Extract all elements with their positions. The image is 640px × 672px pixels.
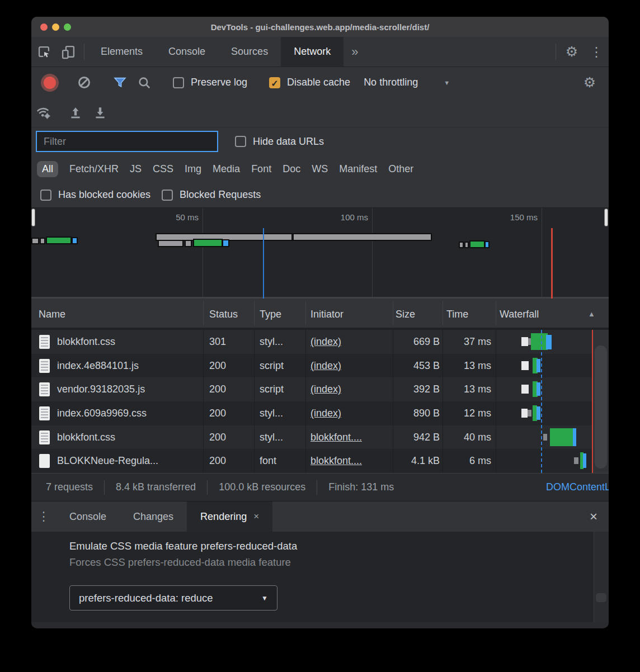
close-drawer-button[interactable]: × bbox=[590, 501, 597, 532]
bar bbox=[464, 242, 469, 248]
drawer-tab-console[interactable]: Console bbox=[56, 501, 120, 532]
filter-chip-ws[interactable]: WS bbox=[312, 163, 328, 175]
divider bbox=[305, 301, 306, 325]
filter-toggle-button[interactable] bbox=[107, 75, 132, 89]
table-row[interactable]: index.609a9969.css 200 styl... (index) 8… bbox=[31, 401, 609, 425]
request-initiator-link[interactable]: blokkfont.... bbox=[310, 425, 362, 449]
request-initiator-link[interactable]: blokkfont.... bbox=[310, 449, 362, 473]
network-overview-timeline[interactable]: 50 ms 100 ms 150 ms bbox=[31, 208, 609, 299]
filter-chip-css[interactable]: CSS bbox=[153, 163, 173, 175]
table-row[interactable]: blokkfont.css 301 styl... (index) 669 B … bbox=[31, 330, 609, 354]
blocked-filters-row: Has blocked cookies Blocked Requests bbox=[31, 182, 609, 208]
filter-chip-media[interactable]: Media bbox=[213, 163, 240, 175]
search-button[interactable] bbox=[132, 75, 157, 90]
filter-chip-other[interactable]: Other bbox=[388, 163, 413, 175]
close-tab-icon[interactable]: × bbox=[253, 511, 259, 522]
has-blocked-cookies-checkbox[interactable] bbox=[40, 190, 51, 201]
waterfall-bars bbox=[496, 401, 609, 425]
overview-left-handle[interactable] bbox=[31, 209, 35, 226]
table-row[interactable]: index.4e884101.js 200 script (index) 453… bbox=[31, 354, 609, 378]
table-row[interactable]: BLOKKNeue-Regula... 200 font blokkfont..… bbox=[31, 449, 609, 473]
inspect-element-button[interactable] bbox=[31, 37, 56, 67]
request-name: vendor.93182035.js bbox=[57, 377, 145, 401]
zoom-window-button[interactable] bbox=[64, 23, 71, 31]
request-initiator-link[interactable]: (index) bbox=[310, 354, 341, 378]
tab-sources[interactable]: Sources bbox=[218, 37, 281, 67]
column-header-name[interactable]: Name bbox=[39, 299, 65, 330]
drawer-menu-button[interactable]: ⋮ bbox=[31, 501, 56, 532]
settings-button[interactable]: ⚙ bbox=[559, 37, 584, 67]
tab-elements[interactable]: Elements bbox=[88, 37, 156, 67]
export-har-button[interactable] bbox=[88, 105, 112, 120]
close-window-button[interactable] bbox=[40, 23, 48, 31]
devtools-window: DevTools - gui-challenges.web.app/media-… bbox=[31, 17, 609, 628]
minimize-window-button[interactable] bbox=[52, 23, 59, 31]
disable-cache-label: Disable cache bbox=[287, 77, 350, 88]
blocked-requests-checkbox[interactable] bbox=[162, 190, 173, 201]
tab-console[interactable]: Console bbox=[156, 37, 218, 67]
filter-chip-img[interactable]: Img bbox=[185, 163, 201, 175]
caret-down-icon[interactable]: ▼ bbox=[444, 79, 450, 86]
bar bbox=[185, 240, 192, 247]
filter-chip-js[interactable]: JS bbox=[130, 163, 142, 175]
filter-chip-all[interactable]: All bbox=[37, 161, 58, 177]
prefers-reduced-data-select[interactable]: prefers-reduced-data: reduce ▼ bbox=[69, 585, 277, 611]
tab-network[interactable]: Network bbox=[281, 37, 343, 67]
more-tabs-icon[interactable]: » bbox=[343, 37, 366, 67]
column-header-time[interactable]: Time bbox=[446, 299, 468, 330]
toggle-device-toolbar-button[interactable] bbox=[56, 37, 81, 67]
window-title: DevTools - gui-challenges.web.app/media-… bbox=[211, 22, 430, 32]
request-status: 200 bbox=[209, 377, 226, 401]
document-file-icon bbox=[39, 335, 50, 349]
tick-label-100ms: 100 ms bbox=[341, 212, 368, 222]
column-header-type[interactable]: Type bbox=[260, 299, 281, 330]
clear-network-log-button[interactable] bbox=[78, 77, 90, 88]
bar bbox=[574, 457, 578, 464]
divider bbox=[203, 301, 204, 325]
blocked-requests-label: Blocked Requests bbox=[180, 189, 261, 201]
request-initiator-link[interactable]: (index) bbox=[310, 401, 341, 425]
request-type: styl... bbox=[260, 330, 283, 354]
column-header-status[interactable]: Status bbox=[209, 299, 238, 330]
column-header-waterfall[interactable]: Waterfall bbox=[500, 299, 539, 330]
filter-input[interactable] bbox=[36, 131, 218, 152]
table-row[interactable]: vendor.93182035.js 200 script (index) 39… bbox=[31, 377, 609, 401]
filter-chip-doc[interactable]: Doc bbox=[283, 163, 300, 175]
overview-right-handle[interactable] bbox=[604, 209, 608, 226]
tick-label-50ms: 50 ms bbox=[176, 212, 199, 222]
filter-chip-font[interactable]: Font bbox=[251, 163, 271, 175]
table-row[interactable]: blokkfont.css 200 styl... blokkfont.... … bbox=[31, 425, 609, 449]
network-conditions-button[interactable] bbox=[31, 105, 56, 120]
rendering-panel: Emulate CSS media feature prefers-reduce… bbox=[31, 532, 609, 622]
request-initiator-link[interactable]: (index) bbox=[310, 330, 341, 354]
preserve-log-checkbox[interactable] bbox=[173, 77, 184, 88]
drawer-scrollbar-track[interactable] bbox=[594, 532, 609, 622]
sort-ascending-icon[interactable]: ▲ bbox=[588, 299, 595, 330]
drawer-scrollbar-thumb[interactable] bbox=[596, 593, 606, 602]
divider bbox=[254, 301, 255, 325]
filter-chip-manifest[interactable]: Manifest bbox=[339, 163, 377, 175]
record-network-log-button[interactable] bbox=[44, 77, 56, 89]
preserve-log-label: Preserve log bbox=[191, 77, 247, 88]
network-settings-button[interactable]: ⚙ bbox=[577, 75, 602, 89]
waterfall-bars bbox=[496, 449, 609, 473]
table-scrollbar-thumb[interactable] bbox=[595, 346, 607, 468]
hide-data-urls-checkbox[interactable] bbox=[235, 136, 246, 147]
request-name: blokkfont.css bbox=[57, 425, 115, 449]
column-header-initiator[interactable]: Initiator bbox=[310, 299, 343, 330]
drawer-tab-changes[interactable]: Changes bbox=[120, 501, 187, 532]
drawer-tab-rendering[interactable]: Rendering × bbox=[187, 501, 272, 532]
caret-down-icon: ▼ bbox=[261, 594, 268, 602]
import-har-button[interactable] bbox=[63, 105, 88, 120]
throttling-select[interactable]: No throttling bbox=[364, 77, 418, 88]
tab-label: Changes bbox=[133, 511, 173, 523]
request-time: 37 ms bbox=[443, 330, 491, 354]
column-header-size[interactable]: Size bbox=[396, 299, 415, 330]
tab-label: Network bbox=[294, 46, 331, 58]
main-menu-button[interactable]: ⋮ bbox=[584, 37, 609, 67]
filter-chip-fetch-xhr[interactable]: Fetch/XHR bbox=[69, 163, 119, 175]
request-type-filters: All Fetch/XHR JS CSS Img Media Font Doc … bbox=[31, 155, 609, 182]
request-initiator-link[interactable]: (index) bbox=[310, 377, 341, 401]
bar bbox=[537, 406, 540, 420]
disable-cache-checkbox[interactable]: ✓ bbox=[269, 77, 280, 88]
